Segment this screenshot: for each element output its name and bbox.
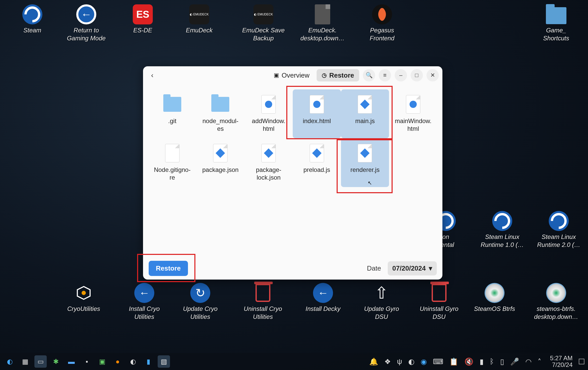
- icon-pegasus[interactable]: Pegasus Frontend: [356, 4, 408, 42]
- minimize-icon: –: [399, 72, 402, 79]
- file-label: Node.gitigno- re: [154, 166, 191, 181]
- battery-icon[interactable]: ▮: [480, 357, 483, 366]
- icon-return-gaming[interactable]: Return to Gaming Mode: [61, 4, 112, 42]
- icon-emudeck[interactable]: EmuDeck: [174, 4, 225, 34]
- mic-icon[interactable]: 🎤: [510, 357, 519, 366]
- icon-steam[interactable]: Steam: [7, 4, 58, 34]
- clock-time: 5:27 AM: [550, 355, 573, 362]
- file-label: mainWindow. html: [395, 117, 432, 133]
- icon-uninstall-cryo[interactable]: Uninstall Cryo Utilities: [237, 283, 289, 321]
- steam-icon: ◐: [130, 358, 136, 366]
- file-renderer-js[interactable]: renderer.js: [341, 138, 389, 187]
- file-main-js[interactable]: main.js: [341, 89, 389, 138]
- file-label: addWindow. html: [252, 117, 286, 133]
- icon-update-cryo[interactable]: Update Cryo Utilities: [175, 283, 226, 321]
- tab-restore[interactable]: ◷Restore: [317, 69, 359, 81]
- tb-terminal[interactable]: ▪: [81, 355, 93, 368]
- tb-monitor[interactable]: ▣: [96, 355, 108, 368]
- restore-icon: ◷: [322, 72, 327, 79]
- show-desktop[interactable]: [579, 359, 584, 364]
- icon-cryoutilities[interactable]: CryoUtilities: [58, 283, 109, 313]
- file-package-json[interactable]: package.json: [196, 138, 245, 187]
- app-icon: ▭: [37, 358, 44, 366]
- minimize-button[interactable]: –: [395, 69, 407, 81]
- date-picker[interactable]: 07/20/2024▾: [388, 261, 437, 275]
- dropbox-icon[interactable]: ❖: [384, 357, 391, 366]
- icon-emudeck-save[interactable]: EmuDeck Save Backup: [238, 4, 289, 42]
- wifi-icon[interactable]: ◠: [525, 357, 532, 366]
- file-index-html[interactable]: index.html: [293, 89, 341, 138]
- hamburger-icon: ≡: [383, 72, 387, 79]
- taskview-icon: ▦: [22, 358, 29, 366]
- tb-steam[interactable]: ◐: [127, 355, 139, 368]
- steam-tray-icon[interactable]: ◐: [408, 357, 414, 366]
- app-icon: ▧: [161, 358, 167, 366]
- icon-label: Update Cryo Utilities: [183, 305, 218, 321]
- tb-files[interactable]: ▬: [65, 355, 78, 368]
- tab-label: Restore: [329, 71, 354, 79]
- tb-firefox[interactable]: ●: [111, 355, 124, 368]
- icon-label: steamos-btrfs. desktop.down…: [534, 305, 578, 321]
- icon-install-cryo[interactable]: ←Install Cryo Utilities: [119, 283, 170, 321]
- file-label: package.json: [202, 166, 239, 174]
- icon-label: Steam Linux Runtime 1.0 (…: [481, 233, 524, 249]
- file-label: index.html: [303, 117, 331, 125]
- usb-icon[interactable]: ▯: [500, 357, 504, 366]
- icon-steamos-btrfs-down[interactable]: steamos-btrfs. desktop.down…: [530, 283, 582, 321]
- file-mainwindow[interactable]: mainWindow. html: [389, 89, 437, 138]
- restore-button[interactable]: Restore: [149, 261, 188, 276]
- icon-emudeck-down[interactable]: EmuDeck. desktop.down…: [297, 4, 348, 42]
- search-button[interactable]: 🔍: [363, 69, 375, 81]
- maximize-button[interactable]: □: [411, 69, 423, 81]
- icon-es-de[interactable]: ESES-DE: [117, 4, 168, 34]
- icon-steam-linux-2[interactable]: Steam Linux Runtime 2.0 (…: [533, 211, 584, 249]
- icon-label: Game_ Shortcuts: [543, 26, 569, 42]
- flame-icon[interactable]: ψ: [397, 357, 402, 366]
- icon-label: SteamOS Btrfs: [474, 305, 515, 313]
- icon-install-decky[interactable]: ←Install Decky: [297, 283, 349, 313]
- file-package-lock[interactable]: package- lock.json: [244, 138, 293, 187]
- dialog-footer: Restore Date 07/20/2024▾: [143, 257, 442, 280]
- volume-muted-icon[interactable]: 🔇: [464, 357, 473, 366]
- menu-button[interactable]: ≡: [379, 69, 391, 81]
- file-label: package- lock.json: [256, 166, 281, 181]
- icon-game-shortcuts[interactable]: Game_ Shortcuts: [530, 4, 582, 42]
- tab-overview[interactable]: ▣Overview: [269, 69, 315, 81]
- tb-app4[interactable]: ▧: [158, 355, 170, 368]
- icon-label: Pegasus Frontend: [370, 26, 394, 42]
- icon-update-gyro[interactable]: ⇧Update Gyro DSU: [356, 283, 407, 321]
- icon-label: Return to Gaming Mode: [67, 26, 106, 42]
- close-button[interactable]: ✕: [426, 69, 439, 81]
- file-preload-js[interactable]: preload.js: [293, 138, 341, 187]
- keyboard-icon[interactable]: ⌨: [433, 357, 443, 366]
- icon-label: CryoUtilities: [67, 305, 100, 313]
- icon-uninstall-gyro[interactable]: Uninstall Gyro DSU: [413, 283, 465, 321]
- file-label: preload.js: [304, 166, 330, 174]
- tb-app2[interactable]: ✱: [50, 355, 62, 368]
- icon-label: Update Gyro DSU: [364, 305, 399, 321]
- clock[interactable]: 5:27 AM 7/20/24: [550, 355, 573, 368]
- bluetooth-icon[interactable]: ᛒ: [490, 357, 494, 366]
- file-label: node_modul- es: [202, 117, 238, 133]
- update-icon[interactable]: ◉: [421, 357, 427, 366]
- tb-start[interactable]: ◐: [4, 355, 16, 368]
- back-button[interactable]: ‹: [147, 70, 158, 81]
- chevron-up-icon[interactable]: ˄: [538, 357, 541, 366]
- file-gitignore[interactable]: Node.gitigno- re: [148, 138, 196, 187]
- notifications-icon[interactable]: 🔔: [369, 357, 378, 366]
- tb-app1[interactable]: ▭: [34, 355, 47, 368]
- file-node-modules[interactable]: node_modul- es: [196, 89, 245, 138]
- file-label: .git: [168, 117, 176, 125]
- icon-steam-linux-1[interactable]: Steam Linux Runtime 1.0 (…: [477, 211, 528, 249]
- tab-label: Overview: [282, 71, 309, 79]
- icon-label: EmuDeck Save Backup: [242, 26, 284, 42]
- terminal-icon: ▪: [86, 358, 88, 366]
- icon-label: Install Cryo Utilities: [129, 305, 160, 321]
- clock-date: 7/20/24: [550, 362, 573, 368]
- tb-app3[interactable]: ▮: [142, 355, 155, 368]
- tb-taskview[interactable]: ▦: [19, 355, 31, 368]
- file-git[interactable]: .git: [148, 89, 196, 138]
- clipboard-icon[interactable]: 📋: [449, 357, 458, 366]
- icon-steamos-btrfs[interactable]: SteamOS Btrfs: [469, 283, 520, 313]
- file-addwindow[interactable]: addWindow. html: [244, 89, 293, 138]
